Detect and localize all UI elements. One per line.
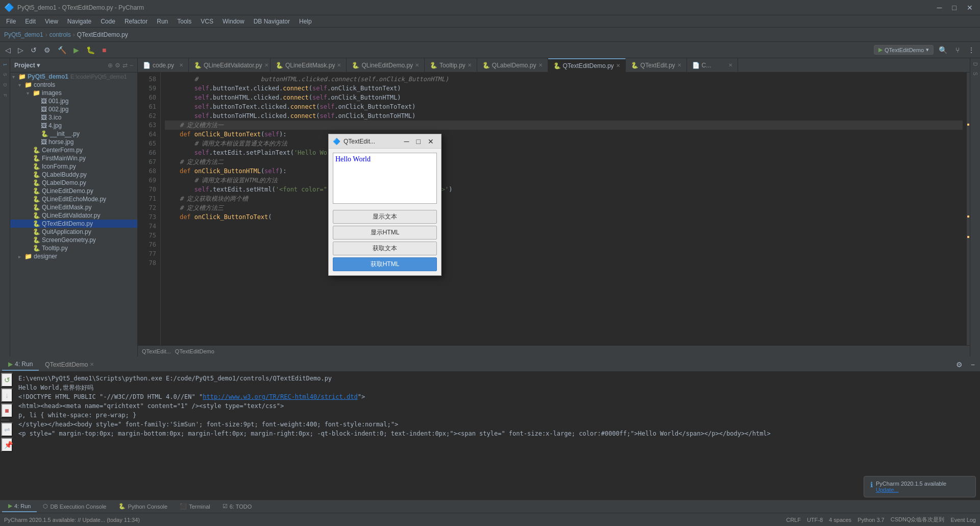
- project-settings-icon[interactable]: ⚙: [115, 62, 120, 69]
- minimize-button[interactable]: ─: [934, 3, 945, 13]
- project-expand-icon[interactable]: ⇄: [122, 62, 128, 69]
- toolbar-stop-button[interactable]: ■: [99, 44, 109, 56]
- dialog-get-text-button[interactable]: 获取文本: [333, 242, 437, 255]
- status-message[interactable]: PyCharm 2020.1.5 available: // Update...…: [4, 517, 140, 523]
- tree-item-002[interactable]: 🖼 002.jpg: [10, 105, 137, 113]
- menu-item-vcs[interactable]: VCS: [197, 17, 217, 26]
- tree-item-iconform[interactable]: 🐍 IconForm.py: [10, 162, 137, 171]
- toolbar-run-button[interactable]: ▶: [70, 44, 82, 56]
- footer-tab-todo[interactable]: ☑ 6: TODO: [216, 501, 258, 512]
- project-locate-icon[interactable]: ⊕: [108, 62, 113, 69]
- footer-tab-terminal[interactable]: ⬛ Terminal: [174, 501, 216, 512]
- toolbar-settings-button[interactable]: ⚙: [41, 44, 54, 56]
- sidebar-icon-db[interactable]: D: [2, 80, 9, 90]
- menu-item-refactor[interactable]: Refactor: [120, 17, 152, 26]
- tab-c[interactable]: 📄 C... ✕: [687, 58, 738, 72]
- tree-item-horse[interactable]: 🖼 horse.jpg: [10, 138, 137, 146]
- tab-c-close[interactable]: ✕: [728, 62, 732, 68]
- toolbar-git-button[interactable]: ⑂: [952, 44, 963, 56]
- dialog-get-html-button[interactable]: 获取HTML: [333, 257, 437, 271]
- tab-qtexteditdemo[interactable]: 🐍 QTextEditDemo.py ✕: [548, 58, 626, 72]
- tab-tooltip[interactable]: 🐍 Tooltip.py ✕: [425, 58, 477, 72]
- run-output-link[interactable]: http://www.w3.org/TR/REC-html40/strict.d…: [203, 393, 357, 400]
- tab-qlabeldemo-close[interactable]: ✕: [538, 62, 543, 68]
- tree-item-4jpg[interactable]: 🖼 4.jpg: [10, 122, 137, 130]
- breadcrumb-file[interactable]: QTextEditDemo.py: [77, 31, 128, 38]
- right-icon-database[interactable]: D: [971, 60, 979, 68]
- run-tab-run-close[interactable]: ✕: [90, 362, 94, 367]
- run-wrap-button[interactable]: ⇌: [1, 422, 13, 437]
- status-event-log[interactable]: Event Log: [950, 517, 976, 523]
- menu-item-dbnavigator[interactable]: DB Navigator: [250, 17, 294, 26]
- tab-qtexteditdemo-close[interactable]: ✕: [616, 63, 620, 68]
- run-tab-run[interactable]: ▶ 4: Run: [2, 358, 39, 371]
- tree-root[interactable]: ▾ 📁 PyQt5_demo1 E:\code\PyQt5_demo1: [10, 73, 137, 81]
- tree-item-qlabeldemo[interactable]: 🐍 QLabelDemo.py: [10, 179, 137, 187]
- sidebar-icon-find[interactable]: F: [2, 91, 9, 100]
- tab-qtextedit[interactable]: 🐍 QTextEdit.py ✕: [626, 58, 687, 72]
- maximize-button[interactable]: □: [949, 3, 960, 13]
- tab-code[interactable]: 📄 code.py ✕: [138, 58, 189, 72]
- menu-item-edit[interactable]: Edit: [21, 17, 40, 26]
- menu-item-run[interactable]: Run: [153, 17, 172, 26]
- tree-item-centerform[interactable]: 🐍 CenterForm.py: [10, 146, 137, 154]
- menu-item-navigate[interactable]: Navigate: [63, 17, 95, 26]
- tab-qlineeditdemo[interactable]: 🐍 QLineEditDemo.py ✕: [347, 58, 425, 72]
- tab-qlineeditdemo-close[interactable]: ✕: [415, 62, 419, 68]
- menu-item-window[interactable]: Window: [218, 17, 249, 26]
- tree-item-screengeometry[interactable]: 🐍 ScreenGeometry.py: [10, 236, 137, 244]
- menu-item-help[interactable]: Help: [295, 17, 316, 26]
- tree-item-qlineeditmask[interactable]: 🐍 QLineEditMask.py: [10, 203, 137, 211]
- toolbar-debug-button[interactable]: 🐛: [83, 44, 98, 56]
- run-tab-run-name[interactable]: QTextEditDemo ✕: [39, 359, 100, 370]
- tree-item-3ico[interactable]: 🖼 3.ico: [10, 113, 137, 122]
- footer-tab-db[interactable]: ⬡ DB Execution Console: [37, 501, 112, 512]
- status-spaces[interactable]: 4 spaces: [829, 517, 851, 523]
- tree-item-qlineeditdemo[interactable]: 🐍 QLineEditDemo.py: [10, 187, 137, 195]
- menu-item-file[interactable]: File: [2, 17, 20, 26]
- close-button[interactable]: ✕: [964, 3, 976, 13]
- toolbar-back-button[interactable]: ◁: [2, 44, 14, 56]
- footer-tab-python[interactable]: 🐍 Python Console: [112, 501, 174, 512]
- run-hide-button[interactable]: −: [968, 358, 978, 371]
- tree-item-controls[interactable]: ▾ 📁 controls: [10, 81, 137, 89]
- menu-item-view[interactable]: View: [41, 17, 62, 26]
- menu-item-tools[interactable]: Tools: [173, 17, 195, 26]
- run-settings-button[interactable]: ⚙: [953, 358, 966, 371]
- tree-item-qlineeditecthomode[interactable]: 🐍 QLineEditEchoMode.py: [10, 195, 137, 203]
- tab-qlabeldemo[interactable]: 🐍 QLabelDemo.py ✕: [477, 58, 548, 72]
- status-python[interactable]: Python 3.7: [857, 517, 885, 523]
- project-hide-icon[interactable]: −: [130, 62, 133, 69]
- run-config-badge[interactable]: ▶ QTextEditDemo ▾: [874, 45, 934, 55]
- tree-item-init[interactable]: 🐍 __init__.py: [10, 130, 137, 138]
- tree-item-images[interactable]: ▾ 📁 images: [10, 89, 137, 97]
- breadcrumb-project[interactable]: PyQt5_demo1: [4, 31, 43, 38]
- toolbar-build-button[interactable]: 🔨: [55, 44, 69, 56]
- tab-qtextedit-close[interactable]: ✕: [677, 62, 681, 68]
- status-encoding[interactable]: UTF-8: [807, 517, 823, 523]
- dialog-show-html-button[interactable]: 显示HTML: [333, 226, 437, 240]
- dialog-maximize-button[interactable]: □: [413, 136, 424, 147]
- run-stop-button[interactable]: ■: [1, 403, 13, 418]
- run-pin-button[interactable]: 📌: [1, 438, 13, 452]
- run-step-button[interactable]: ↓: [1, 388, 13, 402]
- menu-item-code[interactable]: Code: [96, 17, 119, 26]
- tree-item-001[interactable]: 🖼 001.jpg: [10, 97, 137, 105]
- code-area[interactable]: # buttonHTML.clicked.connect(self.onClic…: [161, 73, 967, 345]
- tree-item-qtexteditdemo[interactable]: 🐍 QTextEditDemo.py: [10, 220, 137, 228]
- toolbar-forward-button[interactable]: ▷: [15, 44, 27, 56]
- sidebar-icon-1[interactable]: 1: [2, 60, 9, 69]
- tree-item-quitapplication[interactable]: 🐍 QuitApplication.py: [10, 228, 137, 236]
- tab-tooltip-close[interactable]: ✕: [468, 62, 472, 68]
- tab-qlineeditmask[interactable]: 🐍 QLineEditMask.py ✕: [271, 58, 347, 72]
- run-restart-button[interactable]: ↺: [1, 373, 13, 387]
- breadcrumb-folder[interactable]: controls: [50, 31, 71, 38]
- tree-item-designer[interactable]: ▸ 📁 designer: [10, 252, 137, 260]
- right-icon-services[interactable]: S: [971, 70, 979, 78]
- dialog-close-button[interactable]: ✕: [425, 136, 437, 147]
- tab-qlineeditvalidator-close[interactable]: ✕: [264, 62, 268, 68]
- tab-code-close[interactable]: ✕: [179, 62, 183, 68]
- tab-qlineeditmask-close[interactable]: ✕: [337, 62, 341, 68]
- tree-item-tooltip[interactable]: 🐍 Tooltip.py: [10, 244, 137, 252]
- dialog-minimize-button[interactable]: ─: [401, 136, 412, 147]
